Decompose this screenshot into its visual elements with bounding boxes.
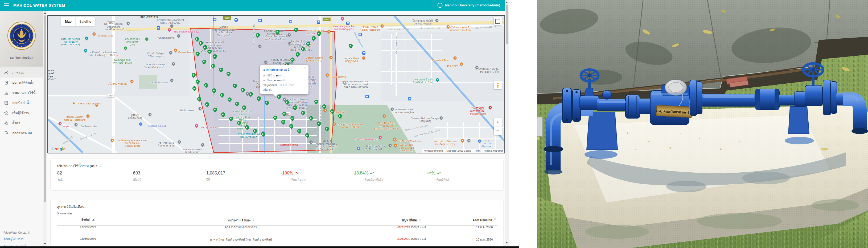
device-marker[interactable]: [281, 119, 286, 125]
bus-stop-icon: [346, 22, 349, 25]
bill-icon: [4, 101, 8, 105]
main-content: แม็คโคร ศาลายาNaval EducationDepartmentก…: [46, 11, 505, 248]
map-label: ห้องออกกำลังกาย ยศ.ทรGym: [125, 38, 140, 46]
device-marker[interactable]: [196, 96, 202, 102]
map-label: แม็คโคร ศาลายา: [140, 16, 159, 18]
device-marker[interactable]: [260, 131, 266, 137]
sidebar-item-settings[interactable]: ตั้งค่า: [0, 118, 43, 128]
poi-pin-icon: [130, 79, 134, 84]
device-marker[interactable]: [241, 105, 247, 110]
device-marker[interactable]: [273, 115, 278, 120]
device-marker[interactable]: [218, 67, 224, 73]
map-label: โรงพยาบาลสัตว์ดีซีAnimal hospital: [412, 20, 433, 25]
device-marker[interactable]: [219, 92, 225, 98]
poi-pin-icon: [170, 78, 174, 83]
close-icon[interactable]: ×: [304, 66, 306, 70]
zoom-out-button[interactable]: −: [494, 127, 502, 135]
poi-pin-icon: [327, 30, 331, 34]
device-marker[interactable]: [232, 83, 238, 88]
stat-value: 603: [133, 171, 141, 175]
stat-item: 1,085,017ปีนี้: [206, 171, 225, 182]
cell-owner: อาคารสถาบันโภชนาการ: [125, 225, 357, 237]
satellite-tab[interactable]: Satellite: [75, 17, 95, 26]
device-marker[interactable]: [204, 82, 209, 88]
map-label: อู่สีซิ่ง(สมายคัลเลอร์): [128, 114, 142, 119]
device-marker[interactable]: [226, 71, 231, 77]
device-marker[interactable]: [212, 107, 218, 112]
terms-link[interactable]: Terms: [474, 149, 480, 152]
device-marker[interactable]: [308, 115, 314, 121]
device-marker[interactable]: [227, 97, 232, 102]
device-marker[interactable]: [210, 63, 216, 69]
column-header-2[interactable]: หน่วยงานเจ้าของ: [125, 218, 357, 225]
zoom-in-button[interactable]: +: [494, 118, 502, 127]
sidebar-item-adduser[interactable]: เพิ่มผู้ใช้งาน: [0, 108, 43, 118]
device-marker[interactable]: [314, 99, 319, 104]
device-marker[interactable]: [348, 43, 353, 49]
device-marker[interactable]: [202, 59, 207, 64]
device-marker[interactable]: [220, 112, 226, 117]
bus-stop-icon: [408, 97, 411, 101]
menu-icon[interactable]: [4, 3, 9, 7]
device-marker[interactable]: [324, 126, 330, 132]
device-marker[interactable]: [337, 113, 343, 119]
user-menu[interactable]: Mahidol University (mahidoladmin): [437, 0, 500, 11]
poi-pin-icon: [92, 32, 96, 36]
cell-last-reading: 11 ต.ค. 2566: [466, 225, 503, 237]
map-label: Charoen Tha Alley: [80, 132, 98, 141]
pegman-button[interactable]: [494, 81, 502, 89]
map-canvas[interactable]: แม็คโคร ศาลายาNaval EducationDepartmentก…: [48, 15, 505, 154]
device-marker[interactable]: [316, 121, 322, 126]
page-scrollbar[interactable]: [505, 0, 509, 246]
sidebar-item-bill[interactable]: ออกบิลค่าน้ำ: [0, 98, 43, 108]
column-header-4[interactable]: Last Reading: [466, 218, 503, 225]
device-marker[interactable]: [194, 36, 200, 42]
device-marker[interactable]: [297, 128, 302, 134]
device-marker[interactable]: [295, 51, 301, 57]
sidebar-item-report[interactable]: รายงานการใช้น้ำ: [0, 88, 43, 98]
cell-problem: LEAKAGE (Code : 01): [357, 237, 466, 246]
keyboard-shortcuts[interactable]: Keyboard shortcuts: [424, 149, 443, 152]
sidebar-item-logout[interactable]: ออกจากระบบ: [0, 128, 43, 138]
device-marker[interactable]: [321, 104, 327, 109]
device-marker[interactable]: [234, 101, 240, 107]
device-marker[interactable]: [256, 95, 262, 101]
column-header-1[interactable]: Serial: [51, 218, 125, 225]
report-error-link[interactable]: Report a map error: [484, 149, 503, 152]
device-marker[interactable]: [211, 88, 217, 93]
device-marker[interactable]: [195, 79, 200, 84]
device-marker[interactable]: [240, 87, 246, 93]
map-label: V Condo Salaya: [150, 81, 168, 84]
device-marker[interactable]: [255, 32, 260, 38]
map-tab[interactable]: Map: [61, 17, 75, 26]
screen: { "header":{"title":"MAHIDOL WATER SYSTE…: [0, 0, 868, 248]
show-entries-label[interactable]: Show entries: [57, 212, 72, 215]
fullscreen-button[interactable]: [494, 17, 502, 25]
device-marker[interactable]: [195, 51, 200, 56]
column-header-3[interactable]: ปัญหาที่เกิด: [357, 218, 466, 225]
sidebar-scrollbar[interactable]: [43, 11, 46, 246]
device-marker[interactable]: [293, 27, 299, 32]
poi-pin-icon: [453, 56, 457, 60]
device-marker[interactable]: [205, 102, 210, 107]
sidebar-item-overview[interactable]: ภาพรวม: [0, 67, 43, 78]
device-marker[interactable]: [289, 115, 295, 121]
device-marker[interactable]: [248, 91, 254, 97]
sidebar-item-devices[interactable]: อุปกรณ์ที่ติดตั้ง: [0, 78, 43, 88]
map-label: Bright Up CenterBy P'Jeng (พี่เจ๋ง...: [366, 145, 386, 150]
device-marker[interactable]: [288, 123, 294, 129]
info-more-link[interactable]: เพิ่มเติม: [263, 88, 305, 92]
map-label: swimming poolสระว่ายน้ำ ยศ.ทร: [113, 59, 132, 64]
device-marker[interactable]: [264, 100, 270, 106]
app-title: MAHIDOL WATER SYSTEM: [13, 3, 65, 7]
device-marker[interactable]: [212, 54, 218, 59]
device-marker[interactable]: [300, 110, 306, 116]
device-marker[interactable]: [305, 132, 310, 138]
contact-provider-link[interactable]: ติดต่อผู้ให้บริการ: [3, 237, 43, 241]
poi-pin-icon: [435, 18, 439, 23]
device-marker[interactable]: [192, 85, 197, 91]
table-row[interactable]: 2303010079อาคารวิทยาลัยดุริยางคศิลป์ วิท…: [51, 237, 503, 246]
device-marker[interactable]: [191, 72, 196, 78]
map-label: Faculty ofNursing, Mahidol...คณะพยาบาลศา…: [315, 140, 337, 151]
table-row[interactable]: 2303010054อาคารสถาบันโภชนาการLEAKAGE (Co…: [51, 225, 503, 237]
